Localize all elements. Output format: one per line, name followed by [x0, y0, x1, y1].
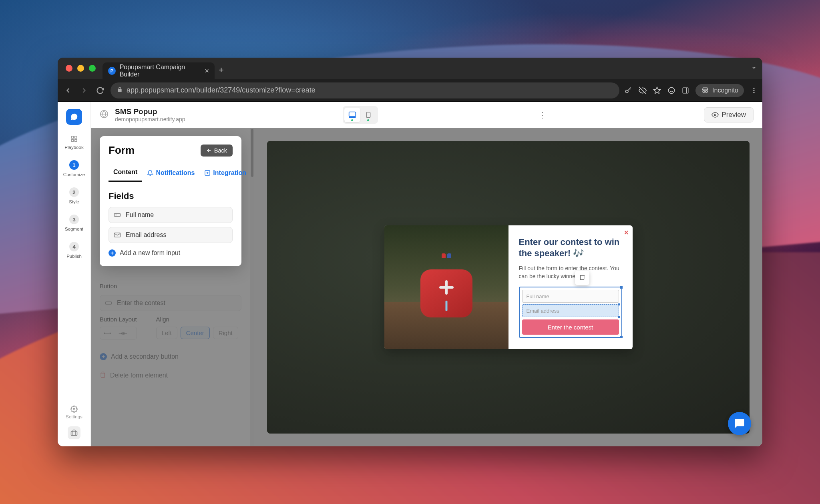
sidebar-settings[interactable]: Settings: [66, 406, 82, 419]
svg-point-22: [714, 114, 716, 116]
field-label: Email address: [126, 231, 166, 239]
svg-point-9: [754, 92, 755, 93]
incognito-indicator[interactable]: Incognito: [695, 84, 744, 97]
arrow-left-icon: [206, 148, 212, 153]
window-controls: [66, 65, 96, 72]
align-label: Align: [156, 316, 238, 323]
popup-form-selected[interactable]: Full name Email address Enter the contes…: [519, 287, 622, 338]
align-left-button[interactable]: Left: [156, 327, 177, 339]
close-window-button[interactable]: [66, 65, 72, 72]
button-icon: [105, 299, 112, 307]
field-item-fullname[interactable]: Full name: [109, 207, 233, 223]
bell-icon: [147, 170, 153, 176]
mobile-device-button[interactable]: [360, 108, 376, 122]
align-center-button[interactable]: Center: [181, 327, 210, 339]
svg-point-7: [754, 88, 755, 89]
svg-point-2: [669, 87, 675, 93]
panel-title: Form: [109, 144, 135, 157]
nav-forward-button[interactable]: [78, 85, 90, 96]
back-label: Back: [214, 147, 227, 154]
layout-full-width-button[interactable]: ⟷: [100, 327, 115, 339]
step-number: 4: [69, 242, 79, 251]
element-toolbar: [575, 271, 589, 285]
minimize-window-button[interactable]: [77, 65, 84, 72]
reload-button[interactable]: [94, 85, 106, 96]
delete-element-icon[interactable]: [579, 274, 585, 282]
sidebar-step-publish[interactable]: 4 Publish: [66, 242, 82, 259]
tabs-dropdown-icon[interactable]: [751, 65, 757, 72]
plus-circle-icon: +: [100, 353, 107, 360]
tab-title: Popupsmart Campaign Builder: [120, 64, 201, 78]
field-label: Full name: [126, 211, 154, 219]
workspace-button[interactable]: [68, 426, 80, 439]
field-item-email[interactable]: Email address: [109, 227, 233, 243]
browser-tab-bar: P Popupsmart Campaign Builder × +: [58, 58, 762, 79]
add-field-button[interactable]: + Add a new form input: [109, 249, 233, 257]
device-switcher: [343, 106, 378, 124]
briefcase-icon: [70, 429, 78, 436]
bookmark-star-icon[interactable]: [653, 86, 661, 94]
popup-input-email[interactable]: Email address: [522, 304, 619, 317]
sidebar-step-playbook[interactable]: Playbook: [64, 135, 83, 150]
tab-close-icon[interactable]: ×: [205, 67, 209, 75]
delete-form-button[interactable]: Delete form element: [100, 371, 241, 380]
panel-tabs: Content Notifications Integration: [109, 165, 233, 182]
panel-scrollbar[interactable]: [250, 128, 254, 446]
sidebar-step-style[interactable]: 2 Style: [69, 187, 79, 204]
button-layout-label: Button Layout: [100, 316, 137, 323]
side-panel-icon[interactable]: [682, 87, 689, 94]
eye-off-icon[interactable]: [639, 86, 647, 94]
layout-auto-width-button[interactable]: ⇥⇤: [115, 327, 131, 339]
svg-point-6: [705, 90, 707, 92]
sidebar-step-segment[interactable]: 3 Segment: [65, 215, 83, 231]
incognito-label: Incognito: [712, 87, 738, 94]
align-right-button[interactable]: Right: [213, 327, 238, 339]
back-button[interactable]: Back: [201, 145, 233, 157]
preview-button[interactable]: Preview: [704, 107, 754, 122]
canvas-viewport[interactable]: × Enter our contest to win the speaker! …: [267, 141, 750, 434]
address-bar[interactable]: app.popupsmart.com/builder/32749/customi…: [111, 82, 619, 98]
chat-icon: [734, 418, 745, 429]
delete-label: Delete form element: [110, 372, 168, 379]
button-value-input[interactable]: Enter the contest: [100, 295, 241, 311]
add-secondary-button[interactable]: + Add a secondary button: [100, 353, 241, 360]
settings-label: Settings: [66, 414, 82, 419]
svg-point-5: [703, 90, 705, 92]
popup-description[interactable]: Fill out the form to enter the contest. …: [519, 264, 622, 281]
gear-icon: [70, 406, 78, 413]
main-area: SMS Popup demopopupsmart.netlify.app ⋮: [91, 102, 762, 446]
svg-marker-1: [654, 87, 661, 93]
app-logo[interactable]: [66, 109, 82, 125]
svg-rect-28: [106, 302, 112, 304]
popup-content: × Enter our contest to win the speaker! …: [508, 225, 633, 349]
extension-icon[interactable]: [667, 86, 675, 94]
desktop-device-button[interactable]: [344, 108, 360, 122]
tab-integration[interactable]: Integration: [199, 165, 250, 182]
mail-icon: [114, 231, 121, 239]
browser-tab[interactable]: P Popupsmart Campaign Builder ×: [102, 62, 215, 79]
tab-content[interactable]: Content: [109, 165, 142, 182]
step-number: 3: [69, 215, 79, 224]
plus-circle-icon: +: [109, 249, 116, 257]
topbar-menu-icon[interactable]: ⋮: [539, 110, 547, 120]
nav-back-button[interactable]: [62, 85, 74, 96]
svg-rect-12: [75, 140, 77, 142]
chat-support-button[interactable]: [728, 412, 751, 435]
new-tab-button[interactable]: +: [219, 65, 224, 75]
password-key-icon[interactable]: [624, 86, 632, 94]
popup-submit-button[interactable]: Enter the contest: [522, 319, 619, 335]
svg-rect-13: [71, 140, 73, 142]
popup-title[interactable]: Enter our contest to win the speaker! 🎶: [519, 237, 622, 259]
maximize-window-button[interactable]: [89, 65, 96, 72]
tab-notifications[interactable]: Notifications: [142, 165, 199, 182]
browser-menu-icon[interactable]: [750, 87, 758, 94]
sidebar-step-customize[interactable]: 1 Customize: [63, 160, 85, 177]
popup-close-icon[interactable]: ×: [624, 229, 629, 237]
step-number: 1: [69, 160, 79, 170]
incognito-icon: [701, 86, 709, 94]
popup-input-fullname[interactable]: Full name: [522, 290, 619, 303]
svg-point-0: [625, 90, 628, 93]
add-field-label: Add a new form input: [120, 249, 180, 257]
globe-icon: [100, 110, 109, 120]
browser-window: P Popupsmart Campaign Builder × + app.po…: [58, 58, 762, 446]
